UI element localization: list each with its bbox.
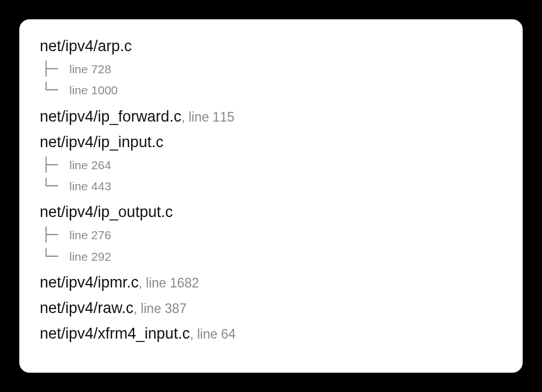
file-path-link[interactable]: net/ipv4/raw.c	[40, 299, 134, 316]
line-item: ├─line 728	[42, 59, 502, 80]
file-header: net/ipv4/ip_forward.c, line 115	[40, 106, 502, 128]
line-ref[interactable]: , line 64	[190, 327, 236, 341]
tree-branch-icon: ├─	[42, 224, 69, 245]
line-list: ├─line 276└─line 292	[42, 224, 502, 266]
tree-branch-icon: └─	[42, 246, 69, 267]
line-item: └─line 1000	[42, 80, 502, 101]
line-ref[interactable]: line 728	[69, 60, 111, 79]
file-list: net/ipv4/arp.c├─line 728└─line 1000net/i…	[40, 35, 502, 345]
tree-branch-icon: └─	[42, 176, 69, 197]
line-ref[interactable]: , line 115	[181, 110, 234, 124]
file-path-link[interactable]: net/ipv4/ip_output.c	[40, 203, 173, 220]
line-ref[interactable]: line 264	[69, 156, 111, 175]
line-item: ├─line 276	[42, 224, 502, 245]
line-ref[interactable]: line 292	[69, 248, 111, 266]
file-path-link[interactable]: net/ipv4/ip_input.c	[40, 134, 164, 151]
file-item: net/ipv4/ipmr.c, line 1682	[40, 272, 502, 294]
file-path-link[interactable]: net/ipv4/ip_forward.c	[40, 108, 181, 125]
file-item: net/ipv4/arp.c├─line 728└─line 1000	[40, 35, 502, 101]
tree-branch-icon: ├─	[42, 155, 69, 176]
file-header: net/ipv4/ip_output.c	[40, 201, 502, 223]
line-ref[interactable]: , line 387	[134, 301, 186, 316]
file-header: net/ipv4/ip_input.c	[40, 131, 502, 153]
file-path-link[interactable]: net/ipv4/xfrm4_input.c	[40, 325, 190, 342]
tree-branch-icon: ├─	[42, 59, 69, 80]
line-item: └─line 443	[42, 176, 502, 197]
file-path-link[interactable]: net/ipv4/ipmr.c	[40, 274, 139, 291]
line-item: ├─line 264	[42, 155, 502, 176]
file-header: net/ipv4/ipmr.c, line 1682	[40, 272, 502, 294]
file-path-link[interactable]: net/ipv4/arp.c	[40, 37, 132, 55]
file-item: net/ipv4/ip_forward.c, line 115	[40, 106, 502, 128]
line-list: ├─line 264└─line 443	[42, 155, 502, 197]
file-item: net/ipv4/ip_output.c├─line 276└─line 292	[40, 201, 502, 267]
tree-branch-icon: └─	[42, 80, 69, 101]
line-ref[interactable]: line 443	[69, 177, 111, 196]
file-header: net/ipv4/raw.c, line 387	[40, 297, 502, 319]
line-list: ├─line 728└─line 1000	[42, 59, 502, 101]
file-item: net/ipv4/raw.c, line 387	[40, 297, 502, 319]
file-header: net/ipv4/arp.c	[40, 35, 502, 57]
results-card: net/ipv4/arp.c├─line 728└─line 1000net/i…	[19, 19, 523, 373]
file-header: net/ipv4/xfrm4_input.c, line 64	[40, 323, 502, 345]
line-item: └─line 292	[42, 246, 502, 267]
line-ref[interactable]: line 1000	[69, 81, 118, 100]
file-item: net/ipv4/ip_input.c├─line 264└─line 443	[40, 131, 502, 197]
file-item: net/ipv4/xfrm4_input.c, line 64	[40, 323, 502, 345]
line-ref[interactable]: line 276	[69, 226, 111, 245]
line-ref[interactable]: , line 1682	[139, 276, 199, 290]
